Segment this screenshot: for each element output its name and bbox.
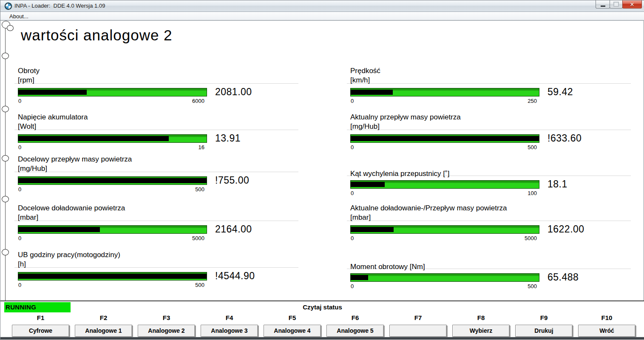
gauge-aktualne-doladowanie: Aktualne doładowanie-/Przepływ masy powi… xyxy=(350,204,631,241)
gauge-value: 13.91 xyxy=(215,133,241,144)
gauge-label: Aktualny przepływ masy powietrza xyxy=(350,113,631,122)
close-icon: ✕ xyxy=(630,1,635,8)
gauge-max: 250 xyxy=(528,98,537,104)
gauge-value: 18.1 xyxy=(548,178,567,190)
connector-line xyxy=(5,25,6,301)
maximize-icon xyxy=(613,2,619,7)
fkey-label-f7: F7 xyxy=(389,314,447,321)
gauge-min: 0 xyxy=(351,144,354,150)
gauge-fill xyxy=(18,136,169,141)
button-analogowe-5[interactable]: Analogowe 5 xyxy=(326,325,384,337)
connector-circle xyxy=(2,196,9,202)
gauge-value: 2164.00 xyxy=(215,224,252,235)
gauge-bar xyxy=(350,134,539,143)
gauge-unit: [mbar] xyxy=(350,213,631,224)
fkey-label-f1: F1 xyxy=(12,314,69,321)
gauge-fill xyxy=(18,227,100,232)
gauge-bar xyxy=(350,225,539,234)
gauge-bar xyxy=(18,225,207,234)
gauge-bar xyxy=(18,176,207,185)
gauge-predkosc: Prędkość [km/h] 59.42 0250 xyxy=(350,66,631,104)
gauge-value: 65.488 xyxy=(548,272,579,283)
gauge-fill xyxy=(18,178,207,183)
window-bottom-frame xyxy=(0,337,644,340)
gauge-aktualny-przeplyw: Aktualny przepływ masy powietrza [mg/Hub… xyxy=(350,113,631,150)
footer: RUNNING Czytaj status F1 F2 F3 F4 F5 F6 … xyxy=(0,300,644,340)
gauge-min: 0 xyxy=(351,98,354,104)
gauge-max: 16 xyxy=(199,144,204,150)
gauge-unit: [Wolt] xyxy=(18,122,298,133)
bmw-logo-icon xyxy=(5,3,12,10)
fkey-label-f10: F10 xyxy=(578,314,635,321)
gauge-kat-przepustnicy: Kąt wychylenia przepustnicy [˚] 18.1 010… xyxy=(350,169,631,196)
gauge-label: Kąt wychylenia przepustnicy [˚] xyxy=(350,169,631,178)
gauge-fill xyxy=(351,227,394,232)
fkey-label-f3: F3 xyxy=(138,314,195,321)
gauge-value: !633.60 xyxy=(548,133,582,144)
button-analogowe-2[interactable]: Analogowe 2 xyxy=(138,325,195,337)
button-analogowe-4[interactable]: Analogowe 4 xyxy=(264,325,321,337)
window-titlebar: INPA - Loader: DDE 4.0 Wersja 1.09 ✕ xyxy=(0,0,644,12)
gauge-unit: [mg/Hub] xyxy=(18,164,298,175)
gauge-bar xyxy=(18,88,207,96)
gauge-value: !4544.90 xyxy=(215,270,255,282)
window-frame: INPA - Loader: DDE 4.0 Wersja 1.09 ✕ Abo… xyxy=(0,0,644,340)
gauge-min: 0 xyxy=(18,98,21,104)
gauge-label: Prędkość xyxy=(350,66,631,76)
gauge-label: Napięcie akumulatora xyxy=(18,113,298,122)
button-f7-empty[interactable] xyxy=(389,325,447,337)
gauge-label: Obroty xyxy=(18,66,298,76)
gauge-max: 500 xyxy=(528,144,537,150)
gauge-max: 500 xyxy=(195,282,204,288)
fkey-label-f6: F6 xyxy=(326,314,384,321)
window-title: INPA - Loader: DDE 4.0 Wersja 1.09 xyxy=(14,3,105,9)
gauge-label: Moment obrotowy [Nm] xyxy=(350,262,631,272)
gauge-fill xyxy=(18,90,87,95)
gauge-value: !755.00 xyxy=(215,175,249,186)
menu-item-about[interactable]: About... xyxy=(8,13,30,20)
minimize-button[interactable] xyxy=(596,0,610,8)
button-wybierz[interactable]: Wybierz xyxy=(452,325,510,337)
gauge-fill xyxy=(351,275,368,280)
gauge-min: 0 xyxy=(18,144,21,150)
gauge-max: 5000 xyxy=(192,235,204,241)
gauge-bar xyxy=(350,88,539,96)
connector-circle xyxy=(2,155,9,162)
window-controls: ✕ xyxy=(596,0,642,8)
button-analogowe-1[interactable]: Analogowe 1 xyxy=(75,325,132,337)
gauge-fill xyxy=(351,136,539,141)
gauge-unit: [rpm] xyxy=(18,76,298,86)
gauge-obroty: Obroty [rpm] 2081.00 06000 xyxy=(18,66,298,104)
gauge-bar xyxy=(350,273,539,282)
connector-circle xyxy=(7,25,14,31)
gauge-fill xyxy=(351,90,393,95)
gauge-napiecie-akumulatora: Napięcie akumulatora [Wolt] 13.91 016 xyxy=(18,113,298,150)
gauge-bar xyxy=(18,134,207,143)
maximize-button[interactable] xyxy=(610,0,623,8)
fkey-label-f5: F5 xyxy=(264,314,321,321)
fkey-label-f2: F2 xyxy=(75,314,132,321)
gauge-max: 500 xyxy=(195,187,204,193)
gauge-unit: [h] xyxy=(18,260,298,270)
fkey-label-f8: F8 xyxy=(452,314,510,321)
gauge-label: Aktualne doładowanie-/Przepływ masy powi… xyxy=(350,204,631,213)
gauge-max: 5000 xyxy=(525,235,537,241)
button-analogowe-3[interactable]: Analogowe 3 xyxy=(201,325,258,337)
gauge-unit: [mbar] xyxy=(18,213,298,224)
fkey-label-f9: F9 xyxy=(515,314,573,321)
connector-circle xyxy=(2,249,9,255)
gauge-max: 100 xyxy=(528,190,537,196)
button-drukuj[interactable]: Drukuj xyxy=(515,325,573,337)
button-cyfrowe[interactable]: Cyfrowe xyxy=(12,325,69,337)
gauge-value: 59.42 xyxy=(548,86,573,98)
gauge-bar xyxy=(18,272,207,280)
gauge-bar xyxy=(350,180,539,189)
menu-bar: About... xyxy=(0,12,644,21)
gauge-min: 0 xyxy=(18,282,21,288)
gauge-unit: [mg/Hub] xyxy=(350,122,631,133)
gauge-docelowy-przeplyw: Docelowy przepływ masy powietrza [mg/Hub… xyxy=(18,155,298,193)
close-button[interactable]: ✕ xyxy=(622,0,642,8)
gauge-min: 0 xyxy=(18,187,21,193)
button-wroc[interactable]: Wróć xyxy=(578,325,635,337)
fkey-label-f4: F4 xyxy=(201,314,258,321)
